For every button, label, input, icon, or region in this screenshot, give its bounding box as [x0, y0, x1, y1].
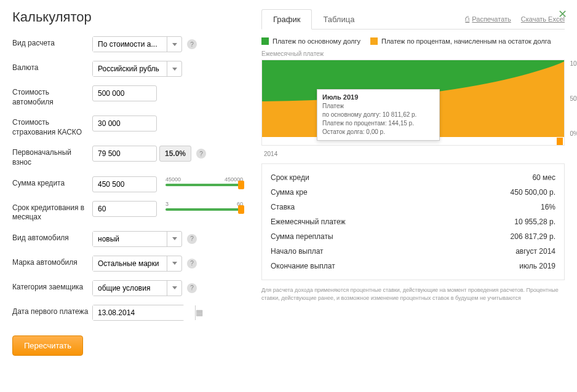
tooltip-line: Платеж по процентам: 144,15 р.: [322, 119, 434, 128]
borrower-cat-select[interactable]: [92, 280, 182, 296]
car-brand-select[interactable]: [92, 256, 182, 272]
result-label: Сумма кре: [271, 188, 308, 197]
recalculate-button[interactable]: Пересчитать: [12, 335, 83, 356]
download-excel-link[interactable]: Скачать Excel: [521, 15, 565, 23]
print-label: Распечатать: [472, 15, 511, 23]
credit-sum-slider[interactable]: 45000450000: [165, 176, 243, 192]
borrower-cat-label: Категория заемщика: [12, 280, 92, 292]
tooltip-title: Июль 2019: [322, 93, 434, 101]
term-input[interactable]: [92, 201, 157, 217]
down-payment-input[interactable]: [92, 146, 157, 162]
chevron-down-icon[interactable]: [167, 281, 181, 296]
calendar-icon[interactable]: ▦: [195, 305, 203, 320]
kasko-label: Стоимость страхования КАСКО: [12, 116, 92, 137]
car-brand-label: Марка автомобиля: [12, 256, 92, 268]
results-table: Срок креди60 мес Сумма кре450 500,00 р. …: [261, 163, 565, 280]
disclaimer-text: Для расчета дохода применяются процентны…: [261, 286, 565, 302]
result-value: 16%: [541, 203, 555, 211]
tab-table[interactable]: Таблица: [312, 10, 365, 29]
term-label: Срок кредитования в месяцах: [12, 201, 92, 222]
result-value: 10 955,28 р.: [514, 218, 555, 226]
down-payment-label: Первоначальный взнос: [12, 146, 92, 167]
result-value: 60 мес: [532, 173, 555, 182]
chevron-down-icon[interactable]: [167, 256, 181, 271]
currency-select[interactable]: [92, 61, 182, 77]
tab-chart[interactable]: График: [261, 9, 312, 29]
result-label: Ставка: [271, 203, 295, 211]
tooltip-line: Остаток долга: 0,00 р.: [322, 128, 434, 136]
credit-sum-label: Сумма кредита: [12, 176, 92, 189]
help-icon[interactable]: ?: [187, 39, 197, 49]
result-value: июль 2019: [519, 262, 555, 270]
chevron-down-icon[interactable]: [167, 37, 181, 52]
tooltip-line: по основному долгу: 10 811,62 р.: [322, 111, 434, 119]
legend-color-principal: [261, 37, 269, 45]
y-tick: 50%: [570, 95, 577, 102]
help-icon[interactable]: ?: [196, 149, 206, 159]
car-brand-value[interactable]: [93, 256, 167, 271]
calc-type-value[interactable]: [93, 37, 167, 52]
borrower-cat-value[interactable]: [93, 281, 167, 296]
chart-marker[interactable]: [557, 138, 563, 145]
result-label: Окончание выплат: [271, 262, 335, 270]
down-payment-pct: 15.0%: [159, 146, 191, 162]
print-icon: ⎙: [465, 15, 469, 23]
chart-legend: Платеж по основному долгу Платеж по проц…: [261, 37, 565, 45]
help-icon[interactable]: ?: [187, 259, 197, 269]
result-label: Сумма переплаты: [271, 232, 333, 241]
calculator-form: Калькулятор Вид расчета ? Валюта Стоим: [12, 9, 255, 383]
result-value: август 2014: [515, 247, 555, 256]
print-link[interactable]: ⎙Распечатать: [465, 15, 511, 23]
legend-color-interest: [370, 37, 378, 45]
credit-sum-input[interactable]: [92, 176, 157, 192]
currency-value[interactable]: [93, 61, 167, 76]
page-title: Калькулятор: [12, 9, 243, 25]
slider-thumb[interactable]: [238, 181, 244, 189]
car-type-select[interactable]: [92, 231, 182, 247]
car-cost-input[interactable]: [92, 85, 157, 101]
slider-min: 45000: [165, 176, 181, 182]
result-value: 450 500,00 р.: [511, 188, 555, 197]
chevron-down-icon[interactable]: [167, 232, 181, 246]
currency-label: Валюта: [12, 61, 92, 73]
chart-tooltip: Июль 2019 Платеж по основному долгу: 10 …: [317, 89, 440, 141]
help-icon[interactable]: ?: [187, 234, 197, 244]
chevron-down-icon[interactable]: [167, 61, 181, 76]
help-icon[interactable]: ?: [187, 283, 197, 293]
calc-type-select[interactable]: [92, 36, 182, 52]
calc-type-label: Вид расчета: [12, 36, 92, 49]
result-label: Ежемесячный платеж: [271, 218, 346, 226]
term-slider[interactable]: 360: [165, 201, 243, 217]
result-value: 206 817,29 р.: [511, 232, 555, 241]
x-tick: 2014: [261, 149, 565, 159]
first-pay-date-label: Дата первого платежа: [12, 305, 92, 317]
slider-thumb[interactable]: [238, 205, 244, 214]
slider-min: 3: [165, 201, 169, 207]
date-value[interactable]: [93, 305, 195, 320]
first-pay-date-input[interactable]: ▦: [92, 305, 185, 321]
chart-title: Ежемесячный платеж: [261, 50, 565, 57]
car-type-value[interactable]: [93, 232, 167, 246]
y-tick: 0%: [570, 130, 577, 137]
legend-label: Платеж по основному долгу: [273, 37, 360, 45]
y-tick: 100%: [570, 60, 577, 67]
tooltip-sub: Платеж: [322, 102, 434, 111]
car-type-label: Вид автомобиля: [12, 231, 92, 243]
result-label: Начало выплат: [271, 247, 324, 256]
results-panel: График Таблица ⎙Распечатать Скачать Exce…: [255, 9, 565, 383]
car-cost-label: Стоимость автомобиля: [12, 85, 92, 107]
legend-label: Платеж по процентам, начисленным на оста…: [381, 37, 551, 45]
result-label: Срок креди: [271, 173, 309, 182]
kasko-input[interactable]: [92, 116, 157, 131]
